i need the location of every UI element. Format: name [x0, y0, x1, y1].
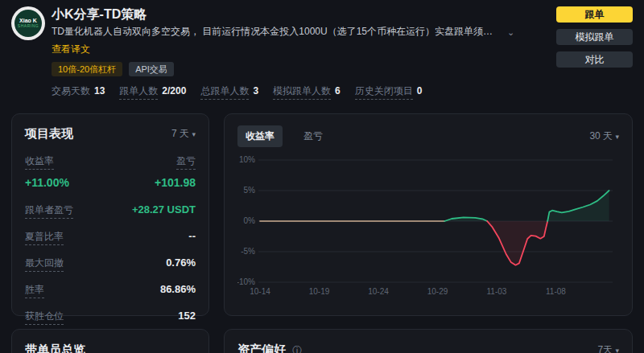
- stat-closed-projects: 历史关闭项目 0: [355, 84, 423, 100]
- page-title: 小K分享-TD策略: [52, 6, 528, 23]
- roi-value: +11.00%: [25, 176, 69, 189]
- leverage-tag: 10倍-20倍杠杆: [52, 62, 122, 76]
- pnl-value: +101.98: [155, 176, 196, 189]
- svg-text:-10%: -10%: [237, 277, 255, 286]
- svg-text:5%: 5%: [244, 186, 256, 195]
- pnl-label: 盈亏: [176, 154, 196, 170]
- chevron-down-icon: ▾: [615, 133, 619, 141]
- row-max-drawdown: 最大回撤 0.76%: [25, 257, 196, 272]
- roi-line-chart: 10%5%0%-5%-10%10-1410-1910-2410-2911-031…: [237, 154, 619, 305]
- project-header: Xiao K SHARING 小K分享-TD策略 TD量化机器人自动双向多空交易…: [0, 0, 644, 100]
- tab-roi[interactable]: 收益率: [237, 125, 283, 147]
- svg-text:-5%: -5%: [241, 247, 255, 256]
- action-buttons: 跟单 模拟跟单 对比: [556, 6, 633, 68]
- stat-followers: 跟单人数 2/200: [119, 84, 186, 100]
- svg-text:10-29: 10-29: [427, 287, 448, 296]
- tag-list: 10倍-20倍杠杆 API交易: [52, 62, 528, 76]
- stat-value: 0: [417, 85, 423, 96]
- performance-panel: 项目表现 7 天 ▾ 收益率 盈亏 +11.00% +101.98 跟单者盈亏 …: [11, 113, 209, 316]
- header-stats: 交易天数 13 跟单人数 2/200 总跟单人数 3 模拟跟单人数 6 历史关闭…: [52, 84, 528, 100]
- demo-follow-button[interactable]: 模拟跟单: [556, 29, 633, 45]
- svg-text:10%: 10%: [239, 155, 255, 164]
- stat-value: 3: [253, 85, 258, 96]
- svg-text:0%: 0%: [244, 216, 256, 225]
- svg-text:10-24: 10-24: [368, 287, 389, 296]
- svg-text:10-14: 10-14: [250, 287, 270, 296]
- stat-trading-days: 交易天数 13: [52, 84, 105, 98]
- svg-text:11-03: 11-03: [487, 287, 507, 296]
- stat-demo-followers: 模拟跟单人数 6: [273, 84, 341, 100]
- info-icon[interactable]: ⓘ: [292, 344, 302, 353]
- asset-preference-panel: 资产偏好 ⓘ 7天 ▾: [224, 329, 633, 353]
- row-winning-positions: 获胜仓位 152: [25, 310, 196, 325]
- tab-pnl[interactable]: 盈亏: [295, 125, 331, 147]
- asset-preference-range-dropdown[interactable]: 7天 ▾: [597, 343, 619, 353]
- performance-title: 项目表现: [25, 126, 73, 142]
- stat-value: 13: [94, 85, 105, 96]
- trader-avatar[interactable]: Xiao K SHARING: [11, 6, 45, 40]
- stat-total-followers: 总跟单人数 3: [200, 84, 258, 100]
- lead-trader-overview-panel: 带单员总览: [11, 329, 209, 353]
- expand-description-icon[interactable]: ⌄: [507, 28, 514, 36]
- asset-preference-title: 资产偏好: [237, 343, 286, 353]
- chevron-down-icon: ▾: [615, 347, 619, 353]
- svg-text:10-19: 10-19: [309, 287, 330, 296]
- roi-chart-panel: 收益率 盈亏 30 天 ▾ 10%5%0%-5%-10%10-1410-1910…: [224, 113, 633, 316]
- stat-label: 交易天数: [52, 84, 90, 98]
- row-win-rate: 胜率 86.86%: [25, 283, 196, 298]
- performance-range-dropdown[interactable]: 7 天 ▾: [171, 127, 196, 141]
- roi-label: 收益率: [25, 154, 54, 170]
- api-trading-tag: API交易: [129, 62, 174, 76]
- row-sharpe-ratio: 夏普比率 --: [25, 230, 196, 245]
- translate-link[interactable]: 查看译文: [52, 43, 90, 56]
- stat-label: 历史关闭项目: [355, 84, 413, 100]
- row-follower-pnl: 跟单者盈亏 +28.27 USDT: [25, 203, 196, 219]
- stat-value: 2/200: [162, 85, 186, 96]
- compare-button[interactable]: 对比: [556, 51, 633, 68]
- stat-label: 跟单人数: [119, 84, 158, 100]
- chevron-down-icon: ▾: [192, 130, 196, 138]
- lead-trader-overview-title: 带单员总览: [25, 343, 85, 353]
- follow-button[interactable]: 跟单: [556, 6, 633, 23]
- avatar-text-line2: SHARING: [18, 24, 39, 29]
- strategy-description: TD量化机器人自动双向多空交易， 目前运行情况本金投入1000U（选了15个币种…: [52, 25, 502, 39]
- chart-range-dropdown[interactable]: 30 天 ▾: [589, 129, 619, 143]
- svg-text:11-08: 11-08: [546, 287, 566, 296]
- stat-label: 模拟跟单人数: [273, 84, 331, 100]
- stat-label: 总跟单人数: [200, 84, 249, 100]
- stat-value: 6: [335, 85, 341, 96]
- trader-avatar-logo: Xiao K SHARING: [14, 10, 42, 37]
